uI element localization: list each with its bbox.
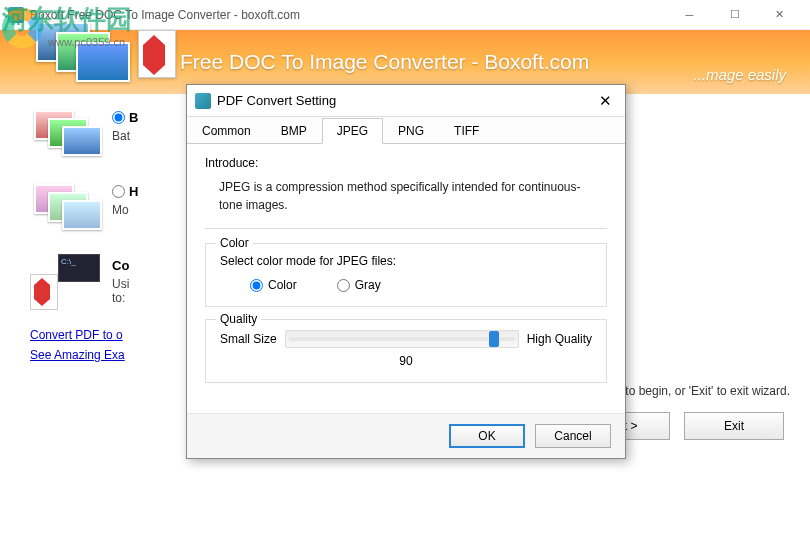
quality-left-label: Small Size bbox=[220, 332, 277, 346]
quality-fieldset: Quality Small Size High Quality 90 bbox=[205, 319, 607, 383]
cmd-radio[interactable]: Co bbox=[112, 258, 129, 273]
quality-right-label: High Quality bbox=[527, 332, 592, 346]
tab-png[interactable]: PNG bbox=[383, 118, 439, 144]
watermark-text: 河东软件园 bbox=[2, 2, 202, 37]
introduce-label: Introduce: bbox=[205, 156, 607, 170]
watermark: 河东软件园 www.pc0359.cn bbox=[2, 2, 202, 37]
dialog-title: PDF Convert Setting bbox=[217, 93, 593, 108]
dialog-close-button[interactable]: ✕ bbox=[593, 89, 617, 113]
color-option-color[interactable]: Color bbox=[250, 278, 297, 292]
hero-title: Free DOC To Image Converter - Boxoft.com bbox=[180, 50, 589, 74]
batch-desc: Bat bbox=[112, 129, 138, 143]
introduce-text: JPEG is a compression method specificall… bbox=[205, 178, 607, 214]
close-button[interactable]: ✕ bbox=[757, 1, 802, 29]
tab-strip: Common BMP JPEG PNG TIFF bbox=[187, 117, 625, 144]
hero-subtitle: ...mage easily bbox=[693, 66, 786, 83]
cmd-mode-icon bbox=[30, 254, 102, 310]
minimize-button[interactable]: ─ bbox=[667, 1, 712, 29]
quality-legend: Quality bbox=[216, 312, 261, 326]
color-fieldset: Color Select color mode for JPEG files: … bbox=[205, 243, 607, 307]
hot-desc: Mo bbox=[112, 203, 138, 217]
tab-tiff[interactable]: TIFF bbox=[439, 118, 494, 144]
tab-jpeg[interactable]: JPEG bbox=[322, 118, 383, 144]
ok-button[interactable]: OK bbox=[449, 424, 525, 448]
quality-value: 90 bbox=[220, 354, 592, 368]
watermark-url: www.pc0359.cn bbox=[48, 36, 125, 48]
exit-button[interactable]: Exit bbox=[684, 412, 784, 440]
color-legend: Color bbox=[216, 236, 253, 250]
cmd-desc: Usi to: bbox=[112, 277, 129, 305]
slider-thumb[interactable] bbox=[489, 331, 499, 347]
tab-common[interactable]: Common bbox=[187, 118, 266, 144]
pdf-convert-settings-dialog: PDF Convert Setting ✕ Common BMP JPEG PN… bbox=[186, 84, 626, 459]
hot-mode-icon bbox=[30, 180, 102, 236]
hot-radio[interactable]: H bbox=[112, 184, 138, 199]
batch-radio[interactable]: B bbox=[112, 110, 138, 125]
maximize-button[interactable]: ☐ bbox=[712, 1, 757, 29]
cancel-button[interactable]: Cancel bbox=[535, 424, 611, 448]
color-sublabel: Select color mode for JPEG files: bbox=[220, 254, 592, 268]
dialog-icon bbox=[195, 93, 211, 109]
tab-bmp[interactable]: BMP bbox=[266, 118, 322, 144]
quality-slider[interactable] bbox=[285, 330, 519, 348]
batch-mode-icon bbox=[30, 106, 102, 162]
dialog-titlebar: PDF Convert Setting ✕ bbox=[187, 85, 625, 117]
color-option-gray[interactable]: Gray bbox=[337, 278, 381, 292]
